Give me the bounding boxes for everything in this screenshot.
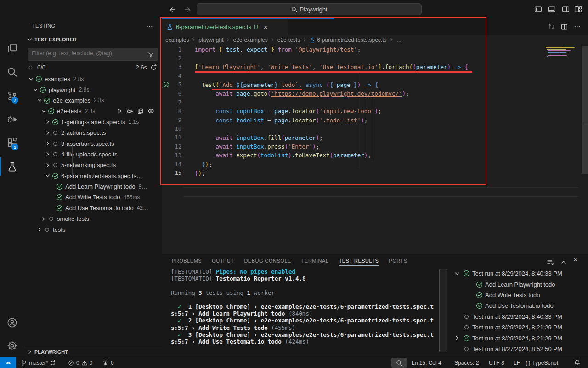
- code-line[interactable]: 4: [162, 72, 588, 80]
- breadcrumb-item[interactable]: examples: [165, 37, 189, 43]
- output-scrollbar[interactable]: [439, 269, 447, 352]
- code-view[interactable]: 1import { test, expect } from '@playwrig…: [162, 45, 588, 178]
- test-tree-item[interactable]: 1-getting-started.spec.ts1.1s: [24, 117, 162, 127]
- panel-tab-problems[interactable]: PROBLEMS: [172, 256, 202, 265]
- test-run-item[interactable]: Add Use Testomat.io todo: [452, 300, 588, 311]
- screencast-zoom-indicator[interactable]: [391, 358, 407, 368]
- test-tree-item[interactable]: smoke-tests: [24, 213, 162, 224]
- test-tree-item[interactable]: 3-assertions.spec.ts: [24, 138, 162, 149]
- encoding-status[interactable]: UTF-8: [489, 357, 504, 368]
- breadcrumb-item[interactable]: …: [396, 37, 402, 43]
- extensions-icon[interactable]: [0, 132, 24, 153]
- account-icon[interactable]: [0, 312, 24, 333]
- test-run-item[interactable]: Test run at 8/29/2024, 8:21:29 PM: [452, 322, 588, 333]
- code-line[interactable]: 11 await inputBox.fill(parameter);: [162, 133, 588, 142]
- more-actions-icon[interactable]: …: [146, 20, 153, 28]
- minimap[interactable]: [546, 46, 576, 58]
- test-tree-item[interactable]: playwright2.8s: [24, 84, 162, 95]
- test-run-item[interactable]: Test run at 8/29/2024, 8:40:33 PM: [452, 268, 588, 279]
- test-tree-item[interactable]: 5-networking.spec.ts: [24, 160, 162, 170]
- code-line[interactable]: 8 const inputBox = page.locator('input.n…: [162, 107, 588, 115]
- open-changes-icon[interactable]: [548, 23, 555, 31]
- toggle-secondary-sidebar-icon[interactable]: [562, 5, 570, 13]
- test-tree-item[interactable]: Add Use Testomat.io todo42…: [24, 203, 162, 213]
- customize-layout-icon[interactable]: [574, 5, 582, 13]
- filter-icon[interactable]: [147, 51, 154, 58]
- test-tree-item[interactable]: 6-parametrized-tests.spec.ts…: [24, 171, 162, 181]
- test-explorer-section-header[interactable]: TEST EXPLORER: [27, 36, 77, 43]
- run-debug-icon[interactable]: [0, 109, 24, 129]
- problems-status[interactable]: 0 0: [68, 357, 92, 368]
- test-run-item[interactable]: Add Learn Playwright todo: [452, 279, 588, 289]
- breadcrumb-item[interactable]: 6-parametrized-tests.spec.ts: [310, 37, 386, 43]
- editor-scrollbar[interactable]: [582, 46, 588, 174]
- settings-gear-icon[interactable]: [0, 335, 24, 356]
- test-tree-item[interactable]: Add Learn Playwright todo8…: [24, 181, 162, 192]
- code-line[interactable]: 12 await inputBox.press('Enter');: [162, 142, 588, 151]
- breadcrumb-item[interactable]: playwright: [198, 37, 223, 43]
- source-control-icon[interactable]: [0, 86, 24, 106]
- code-line[interactable]: 14 });: [162, 160, 588, 168]
- explorer-icon[interactable]: [0, 38, 24, 58]
- breadcrumb-item[interactable]: e2e-examples: [233, 37, 267, 43]
- test-tree-item[interactable]: e2e-tests2.8s: [24, 106, 162, 116]
- editor-more-actions-icon[interactable]: …: [574, 20, 581, 28]
- breadcrumb-item[interactable]: e2e-tests: [277, 37, 300, 43]
- code-line[interactable]: 7: [162, 98, 588, 107]
- test-run-item[interactable]: Test run at 8/29/2024, 8:21:29 PM: [452, 333, 588, 343]
- nav-forward-icon[interactable]: [184, 5, 191, 13]
- code-line[interactable]: 13 await expect(todoList).toHaveText(par…: [162, 151, 588, 160]
- panel-tab-output[interactable]: OUTPUT: [212, 256, 234, 265]
- close-panel-icon[interactable]: ×: [573, 256, 577, 264]
- code-line[interactable]: 1import { test, expect } from '@playwrig…: [162, 45, 588, 54]
- test-filter-input[interactable]: [28, 48, 137, 58]
- test-tree-item[interactable]: 2-actions.spec.ts: [24, 127, 162, 138]
- toggle-panel-icon[interactable]: [548, 5, 556, 13]
- language-mode[interactable]: { } TypeScript: [526, 357, 558, 368]
- testing-icon[interactable]: [0, 156, 24, 177]
- nav-back-icon[interactable]: [169, 5, 176, 13]
- test-run-item[interactable]: Test run at 8/29/2024, 8:40:33 PM: [452, 311, 588, 322]
- branch-status[interactable]: master*: [21, 357, 56, 368]
- test-tree-item[interactable]: Add Write Tests todo455ms: [24, 192, 162, 202]
- refresh-icon[interactable]: [150, 64, 157, 71]
- panel-tab-terminal[interactable]: TERMINAL: [301, 256, 329, 265]
- playwright-section-header[interactable]: PLAYWRIGHT: [24, 346, 164, 357]
- code-line[interactable]: 15});: [162, 169, 588, 178]
- search-activity-icon[interactable]: [0, 62, 24, 82]
- code-line[interactable]: 10: [162, 125, 588, 133]
- code-line[interactable]: 3['Learn Playwright', 'Write Tests', 'Us…: [162, 63, 588, 71]
- command-center[interactable]: Playwright: [197, 3, 422, 15]
- editor-tab[interactable]: 6-parametrized-tests.spec.ts U ×: [162, 19, 288, 34]
- split-editor-icon[interactable]: [560, 23, 568, 31]
- watch-test-icon[interactable]: [147, 108, 154, 115]
- test-tree-item[interactable]: 4-file-uploads.spec.ts: [24, 149, 162, 160]
- remote-indicator[interactable]: ><: [0, 357, 16, 368]
- notifications-bell-icon[interactable]: [574, 357, 581, 368]
- eol-status[interactable]: LF: [514, 357, 520, 368]
- ports-status[interactable]: 0: [102, 357, 114, 368]
- debug-test-icon[interactable]: [126, 108, 133, 115]
- tab-close-icon[interactable]: ×: [264, 23, 268, 31]
- maximize-panel-icon[interactable]: [560, 258, 567, 266]
- test-results-output[interactable]: [TESTOMATIO] Pipes: No pipes enabled[TES…: [171, 268, 447, 345]
- code-line[interactable]: 5 test(`Add ${parameter} todo`, async ({…: [162, 80, 588, 89]
- gutter-test-pass-icon[interactable]: [163, 81, 170, 88]
- test-tree-item[interactable]: tests: [24, 224, 162, 235]
- toggle-primary-sidebar-icon[interactable]: [534, 5, 542, 13]
- test-tree-item[interactable]: examples2.8s: [24, 74, 162, 84]
- test-run-item[interactable]: Test run at 8/27/2024, 8:52:50 PM: [452, 344, 588, 354]
- code-line[interactable]: 6 await page.goto('https://demo.playwrig…: [162, 89, 588, 98]
- indentation-status[interactable]: Spaces: 2: [454, 357, 479, 368]
- code-line[interactable]: 9 const todoList = page.locator('.todo-l…: [162, 116, 588, 125]
- panel-tab-ports[interactable]: PORTS: [389, 256, 407, 265]
- goto-test-icon[interactable]: [137, 108, 144, 115]
- code-line[interactable]: 2: [162, 54, 588, 63]
- panel-tab-debug-console[interactable]: DEBUG CONSOLE: [244, 256, 291, 265]
- test-tree-item[interactable]: e2e-examples2.8s: [24, 95, 162, 106]
- panel-tab-test-results[interactable]: TEST RESULTS: [339, 256, 379, 266]
- test-run-item[interactable]: Add Write Tests todo: [452, 290, 588, 300]
- cursor-position[interactable]: Ln 15, Col 4: [412, 357, 441, 368]
- run-test-icon[interactable]: [116, 108, 123, 115]
- clear-results-icon[interactable]: [547, 258, 554, 266]
